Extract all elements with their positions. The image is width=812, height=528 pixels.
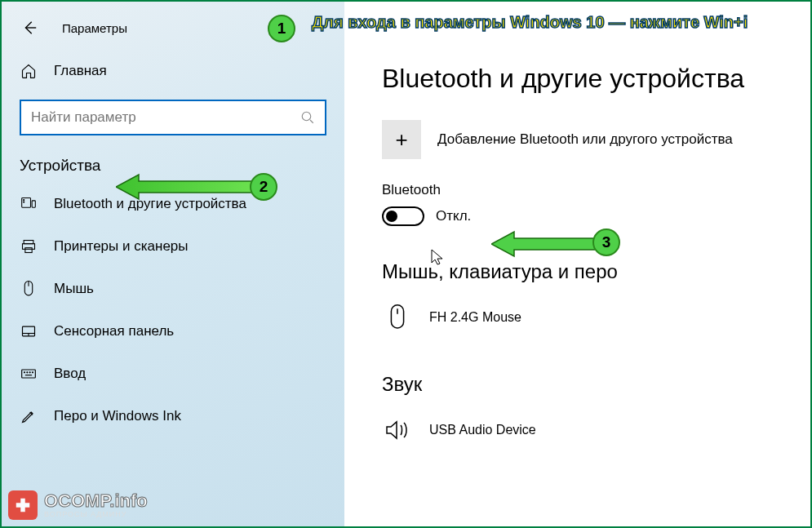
- watermark-subtext: ВОПРОСЫ АДМИНУ: [44, 510, 148, 518]
- nav-home[interactable]: Главная: [2, 51, 344, 91]
- nav-home-label: Главная: [54, 63, 107, 79]
- svg-rect-5: [24, 241, 33, 244]
- mouse-icon: [20, 280, 38, 298]
- back-button[interactable]: [18, 16, 41, 39]
- sidebar: Параметры Главная Устройства Bluetooth и…: [2, 2, 344, 526]
- device-mouse[interactable]: FH 2.4G Mouse: [382, 296, 796, 339]
- watermark-icon: [8, 490, 38, 520]
- sidebar-item-label: Ввод: [54, 366, 86, 382]
- search-wrap: [2, 91, 344, 150]
- sidebar-item-touchpad[interactable]: Сенсорная панель: [2, 310, 344, 353]
- annotation-badge-2: 2: [250, 173, 277, 201]
- svg-point-16: [29, 372, 30, 373]
- keyboard-icon: [20, 365, 38, 383]
- devices-icon: [20, 195, 38, 213]
- search-box[interactable]: [20, 100, 326, 135]
- annotation-badge-3: 3: [592, 229, 620, 256]
- bluetooth-toggle[interactable]: [382, 206, 424, 226]
- svg-rect-6: [23, 244, 35, 250]
- sidebar-item-pen[interactable]: Перо и Windows Ink: [2, 395, 344, 437]
- sidebar-item-label: Перо и Windows Ink: [54, 408, 181, 424]
- sidebar-item-label: Сенсорная панель: [54, 323, 174, 339]
- sidebar-item-mouse[interactable]: Мышь: [2, 268, 344, 310]
- device-audio[interactable]: USB Audio Device: [382, 409, 796, 451]
- sidebar-item-printers[interactable]: Принтеры и сканеры: [2, 225, 344, 268]
- printer-icon: [20, 237, 38, 255]
- settings-window: Параметры Главная Устройства Bluetooth и…: [2, 2, 810, 526]
- annotation-arrow-2: [116, 173, 255, 201]
- svg-point-15: [27, 372, 28, 373]
- svg-rect-7: [25, 248, 32, 253]
- search-input[interactable]: [31, 109, 300, 126]
- sidebar-item-label: Принтеры и сканеры: [54, 238, 189, 255]
- sidebar-item-label: Мышь: [54, 281, 94, 297]
- speaker-icon: [382, 414, 413, 446]
- plus-icon: +: [382, 120, 421, 159]
- device-label: USB Audio Device: [429, 423, 536, 437]
- svg-rect-2: [32, 201, 35, 207]
- annotation-text-1: Для входа в параметры Windows 10 — нажми…: [312, 13, 748, 32]
- svg-point-14: [24, 372, 25, 373]
- watermark: OCOMP.info ВОПРОСЫ АДМИНУ: [8, 490, 148, 520]
- add-device-button[interactable]: + Добавление Bluetooth или другого устро…: [382, 120, 796, 159]
- section-audio: Звук: [382, 373, 796, 396]
- annotation-arrow-3: [491, 230, 597, 258]
- arrow-left-icon: [20, 19, 38, 37]
- svg-rect-19: [391, 305, 403, 328]
- bluetooth-toggle-row: Откл.: [382, 206, 796, 226]
- app-title: Параметры: [62, 21, 127, 35]
- svg-point-17: [33, 372, 33, 373]
- sidebar-item-typing[interactable]: Ввод: [2, 353, 344, 395]
- svg-rect-13: [22, 370, 36, 378]
- annotation-badge-1: 1: [268, 15, 295, 42]
- page-title: Bluetooth и другие устройства: [382, 64, 796, 94]
- home-icon: [20, 62, 38, 80]
- toggle-knob: [386, 211, 397, 222]
- svg-rect-1: [22, 198, 31, 208]
- bluetooth-state: Откл.: [436, 208, 471, 224]
- cursor-icon: [430, 248, 445, 266]
- svg-marker-22: [491, 232, 596, 256]
- svg-point-3: [24, 199, 24, 200]
- svg-point-4: [24, 202, 24, 202]
- device-label: FH 2.4G Mouse: [429, 310, 521, 325]
- bluetooth-label: Bluetooth: [382, 182, 796, 198]
- content-pane: Bluetooth и другие устройства + Добавлен…: [344, 2, 810, 526]
- touchpad-icon: [20, 322, 38, 340]
- add-device-label: Добавление Bluetooth или другого устройс…: [437, 131, 733, 148]
- svg-marker-21: [116, 175, 253, 199]
- svg-point-0: [302, 112, 311, 121]
- search-icon: [300, 110, 315, 125]
- mouse-icon: [382, 301, 413, 334]
- pen-icon: [20, 407, 38, 425]
- watermark-text: OCOMP.info: [44, 492, 148, 510]
